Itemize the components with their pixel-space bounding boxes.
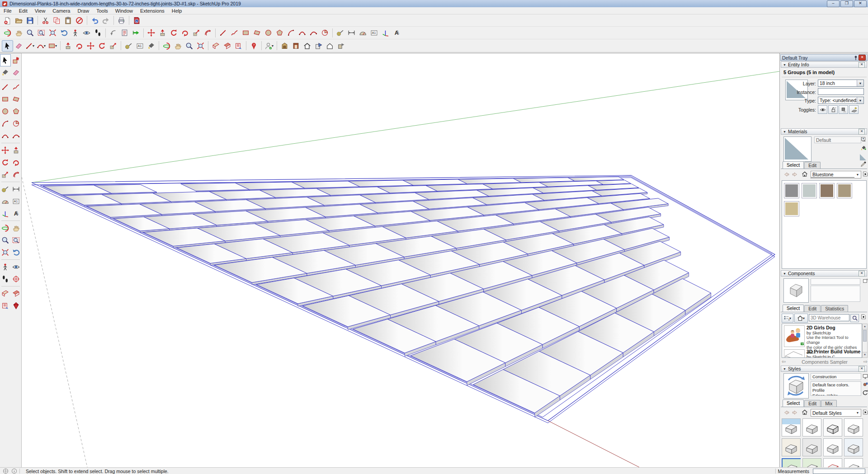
scale-tool-icon[interactable] — [191, 27, 202, 38]
tab-select[interactable]: Select — [783, 161, 804, 169]
menu-extensions[interactable]: Extensions — [137, 8, 168, 14]
style-thumbnail[interactable] — [802, 438, 821, 456]
rotrect-tool-icon[interactable] — [11, 93, 22, 105]
warehouse-search-input[interactable] — [809, 314, 849, 321]
styles-close-icon[interactable]: ✕ — [859, 366, 865, 372]
tray-title-bar[interactable]: Default Tray ✕ — [780, 54, 868, 61]
zoom-tool-icon[interactable] — [24, 27, 36, 38]
followme-tool-icon[interactable] — [179, 27, 191, 38]
poscam-tool-icon[interactable] — [0, 261, 11, 273]
style-thumbnail[interactable] — [782, 438, 801, 456]
receive-shadows-toggle-icon[interactable] — [849, 105, 859, 114]
rotate-tool-icon[interactable] — [0, 156, 11, 169]
text-tool-icon[interactable]: A1 — [368, 27, 380, 38]
eraser-tool-icon[interactable] — [11, 66, 22, 79]
circle-tool-icon[interactable] — [0, 105, 11, 117]
style-thumbnail[interactable] — [844, 418, 863, 436]
components-header[interactable]: ▼ Components ✕ — [781, 270, 867, 277]
zoom-tool-icon[interactable] — [0, 234, 11, 246]
instance-input[interactable] — [818, 88, 864, 95]
tab-select[interactable]: Select — [783, 305, 804, 312]
forward-arrow-icon[interactable] — [792, 409, 798, 417]
modelinfo-tool-icon[interactable] — [131, 15, 142, 26]
arc3-tool-icon[interactable] — [308, 27, 319, 38]
chevron-down-icon[interactable]: ▼ — [854, 171, 861, 178]
search-icon[interactable] — [850, 314, 859, 322]
chevron-down-icon[interactable]: ▼ — [854, 409, 861, 416]
makecomp-tool-icon[interactable] — [11, 54, 22, 66]
scale-tool-icon[interactable] — [108, 40, 119, 52]
details-arrow-icon[interactable] — [860, 314, 867, 320]
material-swatch[interactable] — [837, 183, 852, 198]
print-tool-icon[interactable] — [116, 15, 127, 26]
display-secondary-pane-icon[interactable] — [860, 136, 867, 143]
entity-info-close-icon[interactable]: ✕ — [859, 62, 865, 68]
house2-tool-icon[interactable] — [324, 40, 335, 52]
components-home-icon[interactable]: ▼ — [794, 314, 808, 323]
cut-tool-icon[interactable] — [40, 15, 51, 26]
pushpull-tool-icon[interactable] — [11, 144, 22, 156]
arc3-tool-icon[interactable] — [11, 130, 22, 142]
freehand-tool-icon[interactable] — [11, 81, 22, 93]
menu-help[interactable]: Help — [168, 8, 186, 14]
open-tool-icon[interactable] — [13, 15, 24, 26]
protractor-tool-icon[interactable] — [0, 195, 11, 207]
zoomwin-tool-icon[interactable] — [11, 234, 22, 246]
poscam-tool-icon[interactable] — [70, 27, 81, 38]
sharemodel-tool-icon[interactable] — [313, 40, 324, 52]
text-tool-icon[interactable]: A1 — [134, 40, 146, 52]
paint-tool-icon[interactable] — [0, 66, 11, 79]
entity-info-header[interactable]: ▼ Entity Info ✕ — [781, 61, 867, 68]
sectionc-tool-icon[interactable] — [0, 300, 11, 312]
component-list-item[interactable]: 2D Girls Dogby SketchUpUse the Interact … — [782, 324, 862, 347]
pan-tool-icon[interactable] — [172, 40, 184, 52]
scale-tool-icon[interactable] — [0, 169, 11, 181]
followme-tool-icon[interactable] — [11, 156, 22, 169]
tab-statistics[interactable]: Statistics — [821, 305, 848, 312]
move-tool-icon[interactable] — [85, 40, 96, 52]
rect-tool-icon[interactable] — [0, 93, 11, 105]
rotate-tool-icon[interactable] — [96, 40, 108, 52]
offset-tool-icon[interactable] — [202, 27, 213, 38]
text3d-tool-icon[interactable]: AA — [391, 27, 402, 38]
materials-list-area[interactable] — [782, 180, 867, 269]
export-tool-icon[interactable] — [130, 27, 142, 38]
move-tool-icon[interactable] — [146, 27, 157, 38]
style-thumbnail[interactable] — [823, 418, 842, 436]
axes-tool-icon[interactable] — [0, 207, 11, 220]
paste-tool-icon[interactable] — [62, 15, 74, 26]
tray-close-icon[interactable]: ✕ — [859, 55, 866, 61]
walk-tool-icon[interactable] — [0, 273, 11, 285]
components-close-icon[interactable]: ✕ — [859, 271, 865, 277]
measurements-input[interactable] — [813, 469, 865, 474]
line-tool-icon[interactable] — [217, 27, 229, 38]
materials-close-icon[interactable]: ✕ — [859, 129, 865, 135]
styles-header[interactable]: ▼ Styles ✕ — [781, 366, 867, 372]
menu-tools[interactable]: Tools — [93, 8, 112, 14]
extwarehouse-tool-icon[interactable] — [290, 40, 302, 52]
zoomprev-tool-icon[interactable] — [58, 27, 70, 38]
menu-window[interactable]: Window — [112, 8, 137, 14]
material-swatch[interactable] — [819, 183, 835, 198]
signin-tool-icon[interactable]: ▼ — [264, 40, 275, 52]
addlocation-tool-icon[interactable]: ? — [248, 40, 259, 52]
arc-tool-icon[interactable] — [0, 117, 11, 130]
text-tool-icon[interactable]: A1 — [11, 195, 22, 207]
details-arrow-icon[interactable] — [862, 409, 868, 415]
protractor-tool-icon[interactable] — [357, 27, 368, 38]
redo-tool-icon[interactable] — [100, 15, 112, 26]
chevron-down-icon[interactable]: ▼ — [857, 97, 863, 103]
dimension-tool-icon[interactable] — [346, 27, 357, 38]
style-name-field[interactable]: Construction Documentation St — [811, 373, 861, 380]
scroll-up-icon[interactable]: ▲ — [863, 324, 867, 329]
cursor-tool-icon[interactable] — [0, 54, 11, 66]
orbit-tool-icon[interactable] — [161, 40, 172, 52]
sectiona-tool-icon[interactable] — [0, 287, 11, 300]
arc2-tool-icon[interactable] — [0, 130, 11, 142]
arc2-tool-icon[interactable] — [297, 27, 308, 38]
rotate-tool-icon[interactable] — [168, 27, 179, 38]
look-tool-icon[interactable] — [81, 27, 92, 38]
components-list[interactable]: 2D Girls Dogby SketchUpUse the Interact … — [782, 324, 862, 358]
prevview-tool-icon[interactable] — [108, 27, 119, 38]
component-name-field[interactable] — [811, 278, 860, 285]
